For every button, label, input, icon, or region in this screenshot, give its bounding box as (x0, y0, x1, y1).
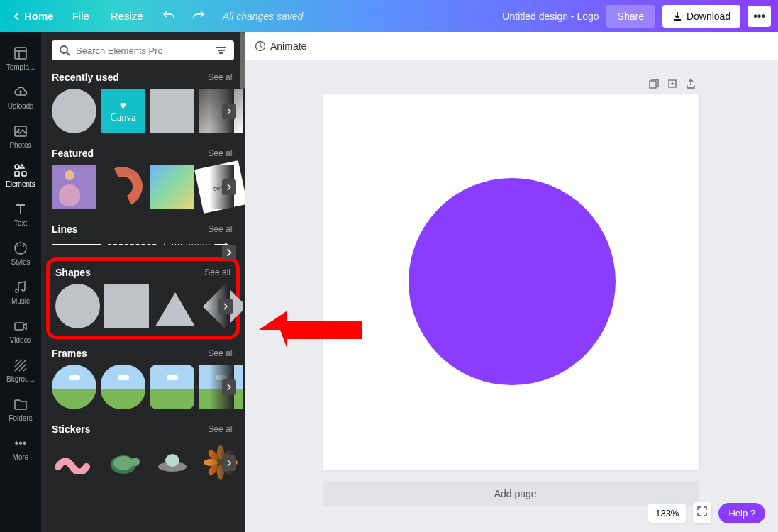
videos-icon (13, 319, 28, 333)
more-icon: ••• (13, 436, 28, 450)
nav-styles[interactable]: Styles (0, 234, 41, 273)
animate-button[interactable]: Animate (255, 40, 306, 52)
scroll-next-button[interactable] (222, 245, 236, 260)
canvas-element-circle[interactable] (409, 178, 616, 385)
nav-templates[interactable]: Templa... (0, 39, 41, 78)
nav-text[interactable]: Text (0, 195, 41, 234)
share-button[interactable]: Share (606, 5, 655, 28)
nav-label: More (13, 453, 29, 461)
frame-circle[interactable] (52, 365, 96, 409)
scroll-next-button[interactable] (218, 299, 233, 314)
svg-point-14 (113, 456, 133, 470)
nav-music[interactable]: Music (0, 273, 41, 312)
scroll-next-button[interactable] (222, 379, 236, 395)
sticker-turtle[interactable] (101, 440, 145, 485)
home-label: Home (24, 10, 54, 22)
canvas-toolbar: Animate (245, 32, 778, 60)
see-all-link[interactable]: See all (204, 267, 230, 277)
animate-label: Animate (270, 40, 306, 52)
section-lines: Lines See all (52, 223, 234, 249)
panel-collapse-button[interactable] (243, 280, 245, 316)
fullscreen-button[interactable] (693, 502, 711, 523)
shape-circle[interactable] (55, 284, 100, 328)
svg-rect-7 (15, 323, 23, 330)
see-all-link[interactable]: See all (208, 348, 234, 358)
shapes-highlight-annotation: Shapes See all (46, 257, 240, 339)
see-all-link[interactable]: See all (208, 224, 234, 234)
element-thumb-circle[interactable] (52, 89, 96, 133)
more-menu-button[interactable]: ••• (748, 6, 771, 27)
frame-square[interactable] (199, 365, 243, 409)
share-page-icon[interactable] (685, 78, 696, 89)
section-title: Frames (52, 348, 87, 359)
shape-square[interactable] (104, 284, 149, 328)
annotation-arrow (259, 305, 365, 358)
shape-triangle[interactable] (153, 284, 198, 328)
nav-videos[interactable]: Videos (0, 312, 41, 351)
nav-label: Bkgrou... (6, 375, 35, 383)
uploads-icon (13, 85, 28, 99)
nav-background[interactable]: Bkgrou... (0, 351, 41, 390)
section-stickers: Stickers See all (52, 423, 234, 485)
filter-icon[interactable] (216, 45, 227, 55)
element-thumb-arc[interactable] (101, 165, 145, 209)
redo-button[interactable] (186, 6, 211, 27)
help-button[interactable]: Help ? (718, 503, 765, 523)
search-input-wrapper[interactable] (52, 40, 234, 60)
svg-point-15 (131, 458, 140, 466)
nav-more[interactable]: ••• More (0, 429, 41, 468)
file-menu[interactable]: File (64, 6, 98, 26)
nav-label: Videos (10, 336, 31, 344)
svg-point-17 (165, 454, 179, 467)
lines-row[interactable] (52, 240, 234, 249)
sticker-ufo[interactable] (150, 440, 194, 485)
nav-photos[interactable]: Photos (0, 117, 41, 156)
search-input[interactable] (76, 45, 210, 56)
scroll-next-button[interactable] (222, 104, 236, 119)
download-button[interactable]: Download (662, 5, 740, 28)
element-thumb-illustration[interactable] (52, 165, 96, 209)
nav-elements[interactable]: Elements (0, 156, 41, 195)
text-icon (13, 202, 28, 216)
bottom-controls: 133% Help ? (648, 502, 765, 523)
canvas-scroll[interactable]: + Add page (245, 60, 778, 532)
canvas-area: Animate + Add page 133% (245, 32, 778, 532)
element-thumb-square[interactable] (150, 89, 194, 133)
document-title[interactable]: Untitled design - Logo (502, 11, 599, 22)
chevron-left-icon (13, 11, 21, 21)
elements-panel: Recently used See all ♥ Canva (41, 32, 245, 532)
canvas-page[interactable] (323, 94, 699, 470)
copy-page-icon[interactable] (667, 78, 678, 89)
see-all-link[interactable]: See all (208, 72, 234, 82)
frame-wavy[interactable] (101, 365, 145, 409)
see-all-link[interactable]: See all (208, 148, 234, 158)
home-button[interactable]: Home (7, 6, 60, 26)
resize-menu[interactable]: Resize (102, 6, 152, 26)
nav-label: Music (11, 297, 30, 305)
element-thumb-gradient[interactable] (199, 89, 243, 133)
elements-icon (13, 163, 28, 177)
scroll-next-button[interactable] (222, 179, 236, 195)
save-status: All changes saved (223, 11, 304, 22)
zoom-level[interactable]: 133% (648, 504, 686, 523)
nav-folders[interactable]: Folders (0, 390, 41, 429)
element-thumb-search-tag[interactable]: sear.. (194, 160, 245, 214)
scroll-next-button[interactable] (222, 455, 236, 471)
frame-rounded[interactable] (150, 365, 194, 409)
add-page-button[interactable]: + Add page (323, 481, 699, 506)
panel-scrollbar[interactable] (240, 32, 245, 89)
element-thumb-gradient2[interactable] (150, 165, 194, 209)
see-all-link[interactable]: See all (208, 424, 234, 434)
nav-label: Text (14, 219, 27, 227)
element-thumb-canva[interactable]: ♥ Canva (101, 89, 145, 133)
duplicate-page-icon[interactable] (648, 78, 660, 89)
sticker-flower[interactable] (199, 440, 243, 485)
section-title: Lines (52, 223, 78, 235)
undo-button[interactable] (156, 6, 182, 27)
background-icon (13, 358, 28, 372)
chevron-right-icon (227, 460, 231, 467)
nav-uploads[interactable]: Uploads (0, 78, 41, 117)
styles-icon (13, 241, 28, 255)
sticker-worm[interactable] (52, 440, 96, 485)
chevron-right-icon (222, 248, 236, 257)
